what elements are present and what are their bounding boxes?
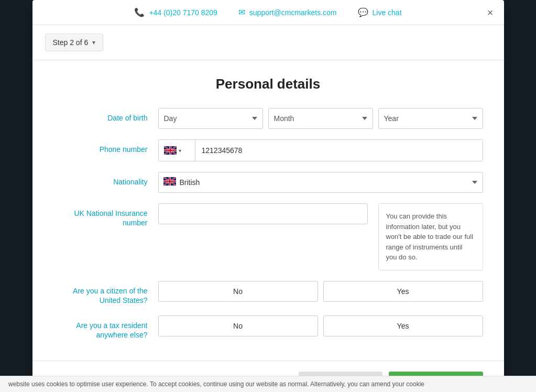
citizen-row: Are you a citizen of the United States? … <box>53 281 483 305</box>
nationality-controls: British <box>158 172 483 193</box>
chevron-down-icon: ▾ <box>92 39 95 46</box>
phone-row: Phone number ▾ <box>53 139 483 161</box>
citizen-no-button[interactable]: No <box>158 281 318 302</box>
phone-flag-chevron: ▾ <box>179 148 181 154</box>
dob-year-select[interactable]: Year <box>378 108 483 129</box>
step-indicator[interactable]: Step 2 of 6 ▾ <box>45 34 104 51</box>
citizen-yes-button[interactable]: Yes <box>323 281 483 302</box>
ni-label: UK National Insurance number <box>53 203 158 227</box>
modal-body: Personal details Date of birth Day Month… <box>32 60 504 361</box>
live-chat-label: Live chat <box>373 8 402 17</box>
step-subheader: Step 2 of 6 ▾ <box>32 25 504 60</box>
nationality-wrapper: British <box>158 172 483 193</box>
email-address: support@cmcmarkets.com <box>249 8 337 17</box>
citizen-controls: No Yes <box>158 281 483 302</box>
nationality-select[interactable]: British <box>158 172 483 193</box>
phone-input[interactable] <box>195 140 483 161</box>
dob-row: Date of birth Day Month Year <box>53 108 483 129</box>
phone-number: +44 (0)20 7170 8209 <box>149 8 217 17</box>
cookie-bar: website uses cookies to optimise user ex… <box>0 376 536 392</box>
phone-controls: ▾ <box>158 139 483 161</box>
ni-controls: You can provide this information later, … <box>158 203 483 270</box>
step-label: Step 2 of 6 <box>53 38 89 47</box>
dob-day-select[interactable]: Day <box>158 108 263 129</box>
nationality-row: Nationality <box>53 172 483 193</box>
page-title: Personal details <box>53 76 483 92</box>
phone-label: Phone number <box>53 139 158 154</box>
dob-label: Date of birth <box>53 108 158 123</box>
phone-link[interactable]: 📞 +44 (0)20 7170 8209 <box>134 7 217 17</box>
tax-controls: No Yes <box>158 315 483 336</box>
dob-month-select[interactable]: Month <box>268 108 373 129</box>
chat-icon: 💬 <box>358 7 368 17</box>
tax-no-button[interactable]: No <box>158 315 318 336</box>
tax-yes-button[interactable]: Yes <box>323 315 483 336</box>
ni-input[interactable] <box>158 203 368 224</box>
modal-header: 📞 +44 (0)20 7170 8209 ✉ support@cmcmarke… <box>32 0 504 25</box>
phone-flag-selector[interactable]: ▾ <box>159 140 195 161</box>
uk-flag-icon <box>164 146 177 155</box>
ni-tooltip: You can provide this information later, … <box>378 203 483 270</box>
citizen-label: Are you a citizen of the United States? <box>53 281 158 305</box>
live-chat-link[interactable]: 💬 Live chat <box>358 7 402 17</box>
email-icon: ✉ <box>238 7 245 17</box>
cookie-text: website uses cookies to optimise user ex… <box>8 380 424 388</box>
phone-icon: 📞 <box>134 7 145 17</box>
phone-wrapper: ▾ <box>158 139 483 161</box>
tax-row: Are you a tax resident anywhere else? No… <box>53 315 483 340</box>
tax-label: Are you a tax resident anywhere else? <box>53 315 158 340</box>
dob-controls: Day Month Year <box>158 108 483 129</box>
close-button[interactable]: × <box>487 7 494 18</box>
nationality-label: Nationality <box>53 172 158 187</box>
email-link[interactable]: ✉ support@cmcmarkets.com <box>238 7 337 17</box>
ni-row: UK National Insurance number You can pro… <box>53 203 483 270</box>
